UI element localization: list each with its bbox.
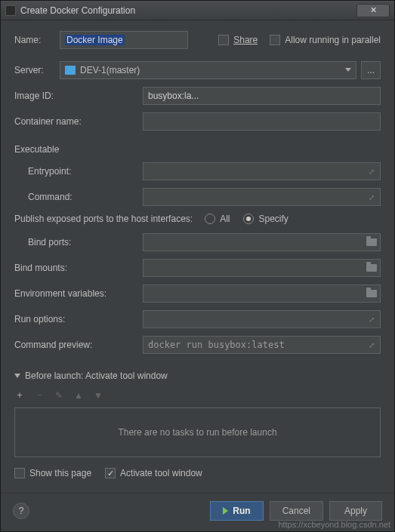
remove-task-button: － xyxy=(34,389,45,401)
name-label: Name: xyxy=(14,35,60,45)
run-options-row: Run options: ⤢ xyxy=(14,310,381,328)
ports-header-label: Publish exposed ports to the host interf… xyxy=(14,214,193,224)
share-label[interactable]: Share xyxy=(233,35,258,45)
footer: ? Run Cancel Apply xyxy=(1,493,394,531)
run-options-label: Run options: xyxy=(14,314,143,324)
share-checkbox[interactable] xyxy=(218,35,229,45)
expand-icon[interactable]: ⤢ xyxy=(366,192,377,202)
docker-icon xyxy=(65,66,76,75)
play-icon xyxy=(223,507,228,515)
radio-all[interactable] xyxy=(205,214,215,224)
show-page-checkbox[interactable] xyxy=(14,468,25,478)
name-input-text: Docker Image xyxy=(65,35,125,45)
run-options-input[interactable]: ⤢ xyxy=(143,310,381,328)
expand-icon[interactable]: ⤢ xyxy=(366,166,377,177)
command-label: Command: xyxy=(14,192,143,202)
before-launch-header: Before launch: Activate tool window xyxy=(25,371,168,381)
container-name-row: Container name: xyxy=(14,112,381,131)
image-id-row: Image ID: busybox:la... xyxy=(14,87,381,105)
env-input[interactable] xyxy=(143,284,381,303)
name-input[interactable]: Docker Image xyxy=(60,31,188,49)
folder-icon[interactable] xyxy=(366,288,377,299)
move-up-button: ▲ xyxy=(73,390,84,401)
apply-button-label: Apply xyxy=(344,506,367,516)
server-row: Server: DEV-1(master) ... xyxy=(14,61,381,79)
container-name-input[interactable] xyxy=(143,112,381,131)
env-label: Environment variables: xyxy=(14,288,143,299)
entrypoint-label: Entrypoint: xyxy=(14,166,143,177)
footer-buttons: Run Cancel Apply xyxy=(210,501,382,521)
tasks-toolbar: ＋ － ✎ ▲ ▼ xyxy=(14,389,381,401)
app-icon xyxy=(5,5,16,16)
show-page-label[interactable]: Show this page xyxy=(29,468,91,478)
window-title: Create Docker Configuration xyxy=(20,5,356,16)
parallel-label[interactable]: Allow running in parallel xyxy=(285,35,381,45)
tasks-empty-box: There are no tasks to run before launch xyxy=(14,407,381,457)
command-row: Command: ⤢ xyxy=(14,188,381,206)
parallel-checkbox[interactable] xyxy=(270,35,280,45)
bind-mounts-label: Bind mounts: xyxy=(14,263,143,273)
add-task-button[interactable]: ＋ xyxy=(14,389,25,401)
folder-icon[interactable] xyxy=(366,263,377,273)
apply-button[interactable]: Apply xyxy=(329,501,382,521)
dialog-window: Create Docker Configuration ✕ Name: Dock… xyxy=(0,0,395,532)
run-button-label: Run xyxy=(233,506,250,516)
server-combo[interactable]: DEV-1(master) xyxy=(60,61,356,79)
ports-radio-row: Publish exposed ports to the host interf… xyxy=(14,214,381,224)
container-name-label: Container name: xyxy=(14,116,143,127)
tasks-empty-text: There are no tasks to run before launch xyxy=(118,427,276,438)
command-input[interactable]: ⤢ xyxy=(143,188,381,206)
expand-icon[interactable]: ⤢ xyxy=(366,340,377,350)
folder-icon[interactable] xyxy=(366,237,377,248)
bind-ports-label: Bind ports: xyxy=(14,237,143,248)
top-options: Share Allow running in parallel xyxy=(218,35,381,45)
activate-label[interactable]: Activate tool window xyxy=(120,468,202,478)
image-id-label: Image ID: xyxy=(14,91,143,101)
bind-mounts-input[interactable] xyxy=(143,259,381,277)
radio-specify-label[interactable]: Specify xyxy=(258,214,288,224)
bind-ports-row: Bind ports: xyxy=(14,233,381,251)
env-row: Environment variables: xyxy=(14,284,381,303)
move-down-button: ▼ xyxy=(93,390,103,401)
titlebar: Create Docker Configuration ✕ xyxy=(1,1,394,20)
radio-all-label[interactable]: All xyxy=(220,214,230,224)
cmd-preview-row: Command preview: docker run busybox:late… xyxy=(14,336,381,354)
bottom-checks: Show this page Activate tool window xyxy=(14,468,381,478)
cmd-preview-label: Command preview: xyxy=(14,340,143,350)
chevron-down-icon xyxy=(345,68,351,72)
server-browse-button[interactable]: ... xyxy=(361,61,381,79)
cmd-preview-field: docker run busybox:latest ⤢ xyxy=(143,336,381,354)
activate-checkbox[interactable] xyxy=(105,468,116,478)
image-id-input[interactable]: busybox:la... xyxy=(143,87,381,105)
before-launch-expander[interactable]: Before launch: Activate tool window xyxy=(14,371,381,381)
image-id-value: busybox:la... xyxy=(148,91,199,101)
server-label: Server: xyxy=(14,65,60,75)
ports-radio-group: All Specify xyxy=(205,214,289,224)
content-area: Name: Docker Image Share Allow running i… xyxy=(1,20,394,493)
bind-mounts-row: Bind mounts: xyxy=(14,259,381,277)
server-value: DEV-1(master) xyxy=(80,65,140,75)
expand-icon[interactable]: ⤢ xyxy=(366,314,377,324)
edit-task-button: ✎ xyxy=(54,390,64,401)
executable-header: Executable xyxy=(14,144,381,155)
entrypoint-row: Entrypoint: ⤢ xyxy=(14,162,381,180)
cancel-button-label: Cancel xyxy=(282,506,310,516)
entrypoint-input[interactable]: ⤢ xyxy=(143,162,381,180)
name-row: Name: Docker Image Share Allow running i… xyxy=(14,31,381,49)
chevron-down-icon xyxy=(14,374,20,378)
cancel-button[interactable]: Cancel xyxy=(270,501,323,521)
bind-ports-input[interactable] xyxy=(143,233,381,251)
cmd-preview-value: docker run busybox:latest xyxy=(148,340,285,350)
radio-specify[interactable] xyxy=(243,214,254,224)
help-button[interactable]: ? xyxy=(13,503,29,519)
close-button[interactable]: ✕ xyxy=(356,4,390,17)
run-button[interactable]: Run xyxy=(210,501,263,521)
